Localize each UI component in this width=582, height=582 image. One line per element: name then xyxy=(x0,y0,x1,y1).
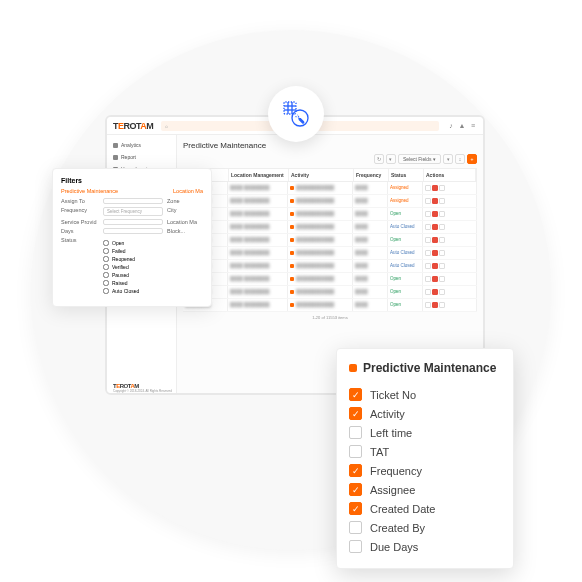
table-row[interactable]: ████████████ ████████████████████████Ope… xyxy=(183,208,477,221)
row-action[interactable] xyxy=(425,289,431,295)
filter-label: Service Provid xyxy=(61,219,99,225)
field-option[interactable]: Created By xyxy=(349,518,501,537)
row-action[interactable] xyxy=(425,263,431,269)
table-row[interactable]: ████████████ ████████████████████████Ope… xyxy=(183,286,477,299)
row-more[interactable] xyxy=(439,198,445,204)
table-header: Ticket NoLocation ManagementActivityFreq… xyxy=(183,168,477,182)
row-delete[interactable] xyxy=(432,276,438,282)
sidebar-item[interactable]: Report xyxy=(107,151,176,163)
select-fields-panel: Predictive Maintenance ✓Ticket No✓Activi… xyxy=(336,348,514,569)
table-row[interactable]: ████████████ ████████████████████████Aut… xyxy=(183,221,477,234)
filters-panel: Filters Predictive Maintenance Location … xyxy=(52,168,212,307)
row-delete[interactable] xyxy=(432,263,438,269)
row-more[interactable] xyxy=(439,224,445,230)
row-more[interactable] xyxy=(439,185,445,191)
row-more[interactable] xyxy=(439,211,445,217)
row-delete[interactable] xyxy=(432,302,438,308)
column-header[interactable]: Activity xyxy=(289,169,354,181)
select-fields-dropdown[interactable]: Select Fields ▾ xyxy=(398,154,441,164)
row-action[interactable] xyxy=(425,276,431,282)
row-delete[interactable] xyxy=(432,224,438,230)
filter-input[interactable]: Select Frequency xyxy=(103,207,163,216)
filter-input[interactable] xyxy=(103,198,163,204)
filter-label: Frequency xyxy=(61,207,99,216)
field-option[interactable]: ✓Activity xyxy=(349,404,501,423)
row-more[interactable] xyxy=(439,302,445,308)
maintenance-icon xyxy=(268,86,324,142)
row-action[interactable] xyxy=(425,302,431,308)
filters-subtitle: Predictive Maintenance Location Ma xyxy=(61,188,203,194)
add-button[interactable]: + xyxy=(467,154,477,164)
row-more[interactable] xyxy=(439,250,445,256)
row-more[interactable] xyxy=(439,237,445,243)
row-more[interactable] xyxy=(439,263,445,269)
table-row[interactable]: ████████████ ████████████████████████Ope… xyxy=(183,273,477,286)
filter-side: Block... xyxy=(167,228,203,234)
field-option[interactable]: Due Days xyxy=(349,537,501,556)
filter-side: Zone xyxy=(167,198,203,204)
row-delete[interactable] xyxy=(432,198,438,204)
field-option[interactable]: TAT xyxy=(349,442,501,461)
filter-side: Location Ma xyxy=(167,219,203,225)
field-option[interactable]: ✓Ticket No xyxy=(349,385,501,404)
filters-title: Filters xyxy=(61,177,203,184)
status-option[interactable]: Reopened xyxy=(103,255,203,263)
row-action[interactable] xyxy=(425,211,431,217)
brand-logo: TEROTAM xyxy=(113,121,153,131)
filter-label: Days xyxy=(61,228,99,234)
pagination: 1-20 of 11553 items xyxy=(183,312,477,323)
toolbar: ↻ ▾ Select Fields ▾ ▾ ↕ + xyxy=(183,154,477,164)
status-option[interactable]: Verified xyxy=(103,263,203,271)
notification-icon[interactable]: ♪ xyxy=(447,122,455,130)
status-option[interactable]: Open xyxy=(103,239,203,247)
row-action[interactable] xyxy=(425,237,431,243)
row-action[interactable] xyxy=(425,185,431,191)
filter-input[interactable] xyxy=(103,228,163,234)
row-delete[interactable] xyxy=(432,237,438,243)
menu-icon[interactable]: ≡ xyxy=(469,122,477,130)
status-option[interactable]: Auto Closed xyxy=(103,287,203,295)
row-delete[interactable] xyxy=(432,185,438,191)
sort-button[interactable]: ↕ xyxy=(455,154,465,164)
row-delete[interactable] xyxy=(432,250,438,256)
column-header[interactable]: Status xyxy=(389,169,424,181)
table-row[interactable]: ████████████ ████████████████████████Aut… xyxy=(183,247,477,260)
column-header[interactable]: Frequency xyxy=(354,169,389,181)
copyright: Copyright © 2018-2024. All Rights Reserv… xyxy=(113,389,172,393)
export-button[interactable]: ▾ xyxy=(443,154,453,164)
user-icon[interactable]: ▲ xyxy=(458,122,466,130)
row-delete[interactable] xyxy=(432,289,438,295)
table-row[interactable]: ████████████ ████████████████████████Ope… xyxy=(183,299,477,312)
row-more[interactable] xyxy=(439,276,445,282)
filter-input[interactable] xyxy=(103,219,163,225)
table-body: ████████████ ████████████████████████Ass… xyxy=(183,182,477,312)
status-option[interactable]: Paused xyxy=(103,271,203,279)
row-action[interactable] xyxy=(425,250,431,256)
page-title: Predictive Maintenance xyxy=(183,141,477,150)
status-option[interactable]: Failed xyxy=(103,247,203,255)
svg-point-5 xyxy=(292,110,308,126)
table-row[interactable]: ████████████ ████████████████████████Ass… xyxy=(183,195,477,208)
row-more[interactable] xyxy=(439,289,445,295)
fields-panel-title: Predictive Maintenance xyxy=(349,361,501,375)
filter-label: Assign To xyxy=(61,198,99,204)
field-option[interactable]: ✓Frequency xyxy=(349,461,501,480)
row-action[interactable] xyxy=(425,224,431,230)
filter-button[interactable]: ▾ xyxy=(386,154,396,164)
filter-side: City xyxy=(167,207,203,216)
column-header[interactable]: Actions xyxy=(424,169,476,181)
table-row[interactable]: ████████████ ████████████████████████Ope… xyxy=(183,234,477,247)
status-label: Status xyxy=(61,237,99,295)
table-row[interactable]: ████████████ ████████████████████████Aut… xyxy=(183,260,477,273)
field-option[interactable]: Left time xyxy=(349,423,501,442)
field-option[interactable]: ✓Assignee xyxy=(349,480,501,499)
status-option[interactable]: Raised xyxy=(103,279,203,287)
field-option[interactable]: ✓Created Date xyxy=(349,499,501,518)
column-header[interactable]: Location Management xyxy=(229,169,289,181)
refresh-button[interactable]: ↻ xyxy=(374,154,384,164)
row-delete[interactable] xyxy=(432,211,438,217)
sidebar-item[interactable]: Analytics xyxy=(107,139,176,151)
table-row[interactable]: ████████████ ████████████████████████Ass… xyxy=(183,182,477,195)
row-action[interactable] xyxy=(425,198,431,204)
